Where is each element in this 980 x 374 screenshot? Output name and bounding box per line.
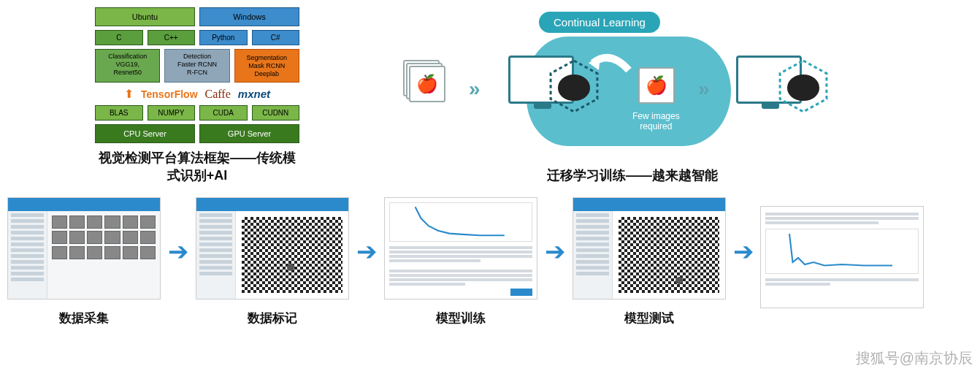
step-label: 数据采集: [59, 310, 109, 327]
image-stack-icon: 🍎: [409, 66, 450, 107]
screenshot-labeling: [196, 197, 349, 299]
step-label: 数据标记: [248, 310, 297, 327]
watermark: 搜狐号@南京协辰: [856, 348, 973, 368]
pipeline-arrow-icon: ➔: [732, 237, 755, 266]
gpu-server: GPU Server: [199, 124, 299, 143]
lang-python: Python: [199, 30, 248, 45]
framework-tensorflow: TensorFlow: [141, 88, 198, 100]
caption-left: 视觉检测平台算法框架——传统模式识别+AI: [95, 149, 299, 184]
step-model-training: 模型训练: [381, 197, 540, 327]
few-images-label: Few images required: [632, 111, 680, 132]
model-detection: DetectionFaster RCNNR-FCN: [164, 49, 229, 83]
framework-row: ⬆ TensorFlow Caffe mxnet: [95, 87, 299, 101]
curved-arrow-icon: [589, 48, 632, 77]
tensorflow-icon: ⬆: [124, 87, 134, 101]
screenshot-testing: [573, 197, 726, 299]
step-label: 模型训练: [436, 310, 486, 327]
lang-c: C: [95, 30, 143, 45]
pipeline-arrow-icon: ➔: [355, 237, 378, 266]
step-label: 模型测试: [624, 310, 674, 327]
loss-chart: [389, 202, 532, 242]
brain-icon: [787, 75, 819, 101]
pipeline-row: 数据采集 ➔ 数据标记 ➔ 模型训练 ➔ 模型测试 ➔: [0, 184, 980, 327]
brain-icon: [558, 75, 590, 101]
caption-right: 迁移学习训练——越来越智能: [547, 167, 718, 184]
lang-cpp: C++: [148, 30, 196, 45]
banner-continual-learning: Continual Learning: [539, 12, 660, 33]
framework-mxnet: mxnet: [238, 88, 270, 100]
os-windows: Windows: [199, 7, 299, 26]
step-results: [758, 206, 926, 318]
arrow-icon: »: [698, 77, 705, 101]
lib-blas: BLAS: [95, 105, 143, 121]
tech-stack: Ubuntu Windows C C++ Python C# Classific…: [95, 7, 299, 184]
screenshot-training: [384, 197, 537, 299]
screenshot-collection: [7, 197, 161, 299]
os-ubuntu: Ubuntu: [95, 7, 195, 26]
model-segmentation: SegmentationMask RCNNDeeplab: [234, 49, 299, 83]
model-classification: ClassificationVGG19,Resnet50: [95, 49, 160, 83]
framework-caffe: Caffe: [205, 88, 231, 101]
apple-icon: 🍎: [638, 67, 675, 104]
step-data-labeling: 数据标记: [193, 197, 352, 327]
pipeline-arrow-icon: ➔: [543, 237, 567, 266]
screenshot-results: [760, 206, 924, 308]
pipeline-arrow-icon: ➔: [166, 237, 190, 266]
lib-cuda: CUDA: [199, 105, 248, 121]
arrow-icon: »: [469, 77, 476, 101]
train-button[interactable]: [510, 289, 532, 296]
apple-icon: 🍎: [409, 66, 445, 102]
lib-numpy: NUMPY: [148, 105, 196, 121]
cpu-server: CPU Server: [95, 124, 195, 143]
step-model-testing: 模型测试: [570, 197, 729, 327]
lang-csharp: C#: [252, 30, 300, 45]
step-data-collection: 数据采集: [4, 197, 164, 327]
result-chart: [765, 229, 919, 274]
continual-learning-diagram: Continual Learning 🍎 » 🍎 Few images requ…: [329, 7, 936, 184]
lib-cudnn: CUDNN: [252, 105, 300, 121]
